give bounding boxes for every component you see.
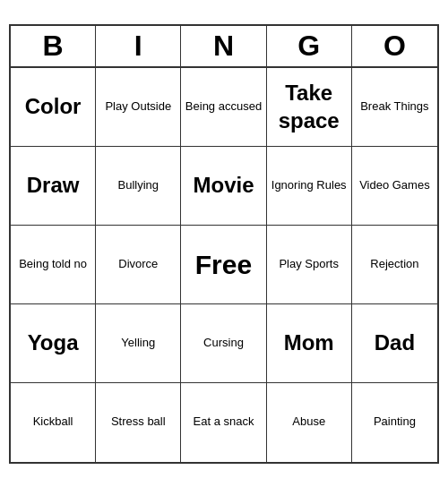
bingo-card: BINGO ColorPlay OutsideBeing accusedTake…	[9, 24, 439, 464]
bingo-cell: Draw	[11, 147, 96, 226]
bingo-cell: Yoga	[11, 304, 96, 383]
bingo-cell: Video Games	[352, 147, 437, 226]
bingo-cell: Divorce	[96, 226, 181, 304]
bingo-cell: Break Things	[352, 68, 437, 147]
header-letter: G	[267, 26, 352, 66]
bingo-cell: Bullying	[96, 147, 181, 226]
header-letter: N	[181, 26, 266, 66]
bingo-cell: Ignoring Rules	[267, 147, 352, 226]
bingo-cell: Movie	[181, 147, 266, 226]
header-letter: O	[352, 26, 437, 66]
bingo-cell: Play Sports	[267, 226, 352, 304]
bingo-cell: Free	[181, 226, 266, 304]
bingo-cell: Play Outside	[96, 68, 181, 147]
bingo-cell: Eat a snack	[181, 383, 266, 462]
bingo-cell: Being told no	[11, 226, 96, 304]
bingo-cell: Being accused	[181, 68, 266, 147]
bingo-cell: Kickball	[11, 383, 96, 462]
bingo-cell: Rejection	[352, 226, 437, 304]
bingo-cell: Abuse	[267, 383, 352, 462]
bingo-cell: Color	[11, 68, 96, 147]
header-letter: I	[96, 26, 181, 66]
bingo-cell: Stress ball	[96, 383, 181, 462]
bingo-cell: Dad	[352, 304, 437, 383]
bingo-cell: Painting	[352, 383, 437, 462]
header-letter: B	[11, 26, 96, 66]
bingo-cell: Cursing	[181, 304, 266, 383]
bingo-cell: Yelling	[96, 304, 181, 383]
bingo-grid: ColorPlay OutsideBeing accusedTake space…	[11, 68, 437, 462]
bingo-cell: Mom	[267, 304, 352, 383]
bingo-header: BINGO	[11, 26, 437, 68]
bingo-cell: Take space	[267, 68, 352, 147]
